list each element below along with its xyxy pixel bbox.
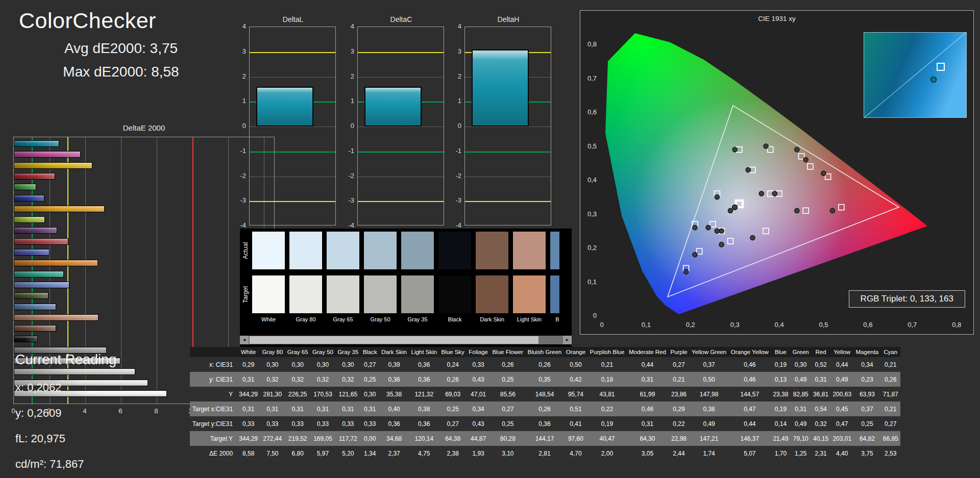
table-cell: 8,58: [237, 446, 260, 461]
table-cell: 0,26: [881, 372, 901, 387]
deltae-x-tick-label: 6: [118, 407, 122, 415]
swatch-column-black: Black: [438, 232, 471, 332]
table-cell: 0,30: [285, 357, 310, 372]
table-row-x-cie31: x: CIE310,290,300,300,300,300,270,390,36…: [190, 357, 900, 372]
table-row-label: x: CIE31: [190, 357, 237, 372]
max-de2000-value: Max dE2000: 8,58: [19, 64, 223, 80]
table-cell: 23,38: [771, 387, 790, 401]
swatch-target-gray-35: [401, 275, 434, 313]
table-row--e-2000: ΔE 20008,587,506,805,975,201,342,374,752…: [190, 446, 900, 461]
cie-x-tick-label: 0,6: [863, 321, 872, 329]
swatch-column-gray-35: Gray 35: [401, 232, 434, 332]
current-reading-fl: fL: 20,975: [15, 432, 116, 445]
table-cell: 200,63: [830, 387, 853, 401]
table-cell: 0,21: [881, 357, 901, 372]
table-cell: 0,23: [853, 372, 880, 387]
table-cell: 1,70: [771, 446, 790, 461]
table-cell: 120,14: [409, 431, 439, 446]
delta-l-gridline: [250, 127, 335, 127]
table-cell: 71,87: [881, 387, 901, 401]
cie-measured-blue: [684, 269, 689, 274]
delta-h-gridline: [465, 177, 551, 177]
table-cell: 64,82: [853, 431, 880, 446]
delta-c-title: DeltaC: [357, 15, 445, 23]
swatch-actual-dark-skin: [476, 232, 508, 269]
delta-c-bar: [364, 87, 422, 127]
table-cell: 34,68: [379, 431, 409, 446]
table-cell: 0,33: [335, 416, 360, 431]
delta-c-gridline: [358, 127, 444, 127]
table-cell: 0,52: [811, 357, 830, 372]
table-row-target-x-cie31: Target x:CIE310,310,310,310,310,310,310,…: [190, 401, 900, 416]
cie-measured-purple: [719, 242, 724, 247]
table-row-label: y: CIE31: [190, 372, 237, 387]
table-cell: 4,70: [564, 446, 588, 461]
cie-x-tick-label: 0,7: [908, 321, 917, 329]
scrollbar-thumb[interactable]: [250, 336, 538, 344]
scroll-right-button[interactable]: ►: [563, 336, 572, 344]
delta-l-y-axis: 43210-1-2-3-4: [229, 15, 246, 240]
summary-panel: ColorChecker Avg dE2000: 3,75 Max dE2000…: [19, 8, 223, 80]
column-header-bluish-green: Bluish Green: [525, 347, 564, 357]
current-reading-y: y: 0,2609: [15, 407, 116, 420]
delta-h-y-tick-label: 3: [444, 47, 461, 55]
cie-measured-red: [830, 208, 835, 213]
delta-l-y-tick-label: 2: [229, 72, 246, 80]
swatch-target-dark-skin: [476, 275, 508, 313]
actual-row-label: Actual: [241, 232, 250, 269]
delta-l-refline-3: [250, 52, 335, 53]
table-cell: 0,49: [791, 416, 811, 431]
table-cell: 47,01: [467, 387, 490, 401]
table-cell: 226,25: [285, 387, 310, 401]
cie-measured-bluish-green: [715, 195, 719, 199]
delta-l-y-tick-label: 4: [229, 22, 246, 30]
cie-y-tick-label: 0,5: [587, 142, 597, 150]
table-cell: 64,30: [627, 431, 669, 446]
table-cell: 4,75: [409, 446, 439, 461]
table-cell: 43,81: [587, 387, 626, 401]
table-cell: 121,32: [409, 387, 439, 401]
table-cell: 144,57: [728, 387, 771, 401]
scroll-left-button[interactable]: ◄: [240, 336, 249, 344]
cie-measured-moderate-red: [795, 208, 799, 213]
deltae-bar-yellow: [14, 162, 92, 169]
table-cell: 0,19: [587, 416, 626, 431]
scrollbar-track[interactable]: [249, 336, 563, 344]
table-cell: 36,81: [811, 387, 830, 401]
cie-measured-light-skin: [759, 191, 764, 196]
table-cell: 0,14: [771, 416, 790, 431]
deltae-bar-black: [14, 336, 38, 342]
swatch-column-white: White: [252, 232, 285, 332]
delta-c-refline--3: [358, 201, 444, 202]
table-row-label: ΔE 2000: [190, 446, 237, 461]
table-cell: 0,36: [409, 416, 439, 431]
swatch-scrollbar[interactable]: ◄ ►: [240, 336, 572, 344]
table-cell: 146,37: [728, 431, 771, 446]
table-cell: 3,10: [490, 446, 525, 461]
deltae-x-tick-label: 8: [154, 407, 158, 415]
table-cell: 147,21: [690, 431, 729, 446]
delta-l-y-tick-label: -4: [229, 221, 246, 229]
table-cell: 147,98: [690, 387, 729, 401]
table-cell: 0,21: [881, 401, 901, 416]
delta-h-y-axis: 43210-1-2-3-4: [444, 15, 461, 240]
cie-x-tick-label: 0,5: [819, 321, 828, 329]
table-cell: 0,49: [830, 372, 853, 387]
swatch-actual-black: [438, 232, 471, 269]
delta-c-y-tick-label: 2: [337, 72, 354, 80]
table-cell: 0,33: [285, 416, 310, 431]
table-cell: 0,18: [587, 372, 626, 387]
table-cell: 0,39: [379, 357, 409, 372]
swatch-label: Black: [438, 316, 471, 322]
table-cell: 0,47: [830, 416, 853, 431]
swatch-label: Gray 35: [401, 316, 434, 322]
table-cell: 0,24: [439, 357, 467, 372]
table-cell: 0,33: [310, 416, 335, 431]
table-cell: 66,85: [881, 431, 901, 446]
table-cell: 281,30: [260, 387, 285, 401]
table-cell: 22,98: [668, 431, 690, 446]
table-cell: 40,47: [587, 431, 626, 446]
delta-h-plot-area: [464, 27, 551, 225]
table-cell: 0,33: [361, 416, 379, 431]
deltae-bar-orange: [14, 260, 98, 266]
